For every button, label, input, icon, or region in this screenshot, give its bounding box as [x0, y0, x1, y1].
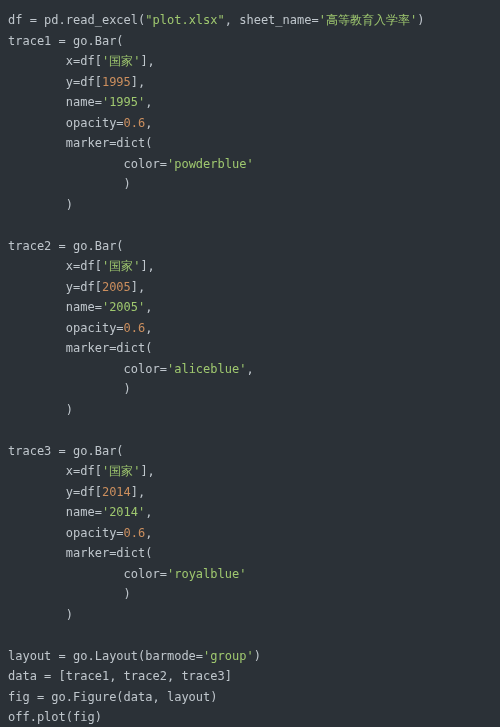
code-token: 2014 — [102, 485, 131, 499]
code-token: , — [145, 300, 152, 314]
code-token: ], — [140, 464, 154, 478]
code-token: ) — [417, 13, 424, 27]
code-token: ) — [8, 403, 73, 417]
code-token: trace2 = go.Bar( — [8, 239, 124, 253]
code-token: 2005 — [102, 280, 131, 294]
code-token: opacity= — [8, 321, 124, 335]
code-token: 'group' — [203, 649, 254, 663]
code-token: trace3 = go.Bar( — [8, 444, 124, 458]
code-token: y=df[ — [8, 485, 102, 499]
code-token: , — [145, 321, 152, 335]
code-token: ) — [8, 382, 131, 396]
code-token: fig = go.Figure(data, layout) — [8, 690, 218, 704]
code-token: off.plot(fig) — [8, 710, 102, 724]
code-token: marker=dict( — [8, 136, 153, 150]
code-token: ], — [131, 75, 145, 89]
code-token: ], — [131, 280, 145, 294]
code-token: ], — [140, 54, 154, 68]
code-token: , — [145, 95, 152, 109]
code-token: x=df[ — [8, 464, 102, 478]
code-token: ) — [8, 587, 131, 601]
code-content: df = pd.read_excel("plot.xlsx", sheet_na… — [8, 13, 424, 724]
code-token: marker=dict( — [8, 546, 153, 560]
code-token: , — [246, 362, 253, 376]
code-token: '国家' — [102, 259, 140, 273]
code-token: 0.6 — [124, 116, 146, 130]
code-token: trace1 = go.Bar( — [8, 34, 124, 48]
code-token: 1995 — [102, 75, 131, 89]
code-token: ) — [8, 198, 73, 212]
code-token: 'royalblue' — [167, 567, 246, 581]
code-token: opacity= — [8, 526, 124, 540]
code-token: '国家' — [102, 54, 140, 68]
code-block: df = pd.read_excel("plot.xlsx", sheet_na… — [0, 0, 500, 727]
code-token: color= — [8, 567, 167, 581]
code-token: color= — [8, 157, 167, 171]
code-token: x=df[ — [8, 259, 102, 273]
code-token: ) — [8, 177, 131, 191]
code-token: , sheet_name= — [225, 13, 319, 27]
code-token: 'aliceblue' — [167, 362, 246, 376]
code-token: name= — [8, 95, 102, 109]
code-token: '1995' — [102, 95, 145, 109]
code-token: 0.6 — [124, 526, 146, 540]
code-token: '国家' — [102, 464, 140, 478]
code-token: ], — [131, 485, 145, 499]
code-token: , — [145, 116, 152, 130]
code-token: , — [145, 526, 152, 540]
code-token: ], — [140, 259, 154, 273]
code-token: color= — [8, 362, 167, 376]
code-token: 0.6 — [124, 321, 146, 335]
code-token: , — [145, 505, 152, 519]
code-token: name= — [8, 300, 102, 314]
code-token: ) — [254, 649, 261, 663]
code-token: "plot.xlsx" — [145, 13, 224, 27]
code-token: '2005' — [102, 300, 145, 314]
code-token: opacity= — [8, 116, 124, 130]
code-token: df = pd.read_excel( — [8, 13, 145, 27]
code-token: x=df[ — [8, 54, 102, 68]
code-token: marker=dict( — [8, 341, 153, 355]
code-token: '2014' — [102, 505, 145, 519]
code-token: layout = go.Layout(barmode= — [8, 649, 203, 663]
code-token: y=df[ — [8, 75, 102, 89]
code-token: y=df[ — [8, 280, 102, 294]
code-token: ) — [8, 608, 73, 622]
code-token: '高等教育入学率' — [319, 13, 417, 27]
code-token: 'powderblue' — [167, 157, 254, 171]
code-token: name= — [8, 505, 102, 519]
code-token: data = [trace1, trace2, trace3] — [8, 669, 232, 683]
